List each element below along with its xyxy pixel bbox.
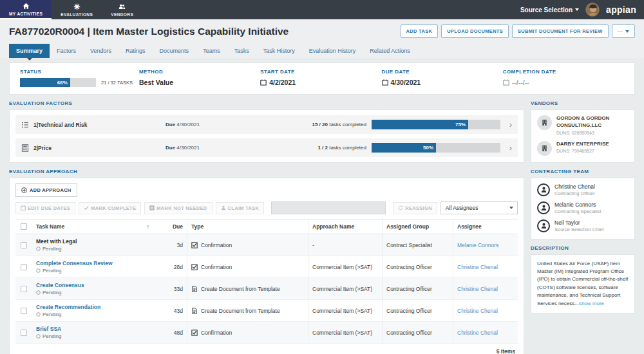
select-all-checkbox[interactable]: [21, 223, 27, 230]
col-approach-name[interactable]: Approach Name: [308, 219, 382, 234]
task-name[interactable]: Complete Consensus Review: [36, 260, 113, 266]
table-row: Create Consensus Pending 33d Create Docu…: [15, 278, 518, 300]
tab-tasks[interactable]: Tasks: [227, 44, 256, 58]
factor-row-price[interactable]: 2|Price Due 4/30/2021 1 / 2 tasks comple…: [15, 138, 518, 157]
task-name[interactable]: Create Recommendation: [36, 304, 100, 310]
tab-teams[interactable]: Teams: [196, 44, 227, 58]
nav-vendors[interactable]: VENDORS: [102, 0, 142, 19]
confirmation-icon: [191, 242, 198, 248]
factor-name: 1|Technical and Risk: [33, 122, 166, 128]
member-role: Source Selection Chief: [554, 227, 603, 232]
building-icon: [537, 141, 552, 156]
more-actions-button[interactable]: ···: [612, 24, 635, 38]
sort-ascending-icon[interactable]: ↑: [147, 223, 150, 230]
clock-icon: [36, 290, 41, 295]
factor-progress-value: 50%: [423, 145, 433, 151]
add-approach-button[interactable]: ADD APPROACH: [15, 183, 77, 197]
clock-icon: [36, 334, 41, 339]
task-assignee-link[interactable]: Christine Chenal: [457, 330, 498, 336]
col-assigned-group[interactable]: Assigned Group: [382, 219, 453, 234]
task-assignee-link[interactable]: Melanie Connors: [457, 242, 498, 248]
col-task-name[interactable]: Task Name: [36, 223, 64, 230]
task-type: Confirmation: [187, 256, 308, 277]
tab-factors[interactable]: Factors: [50, 44, 83, 58]
assignee-filter-dropdown[interactable]: All Assignees: [440, 201, 518, 214]
tasks-table: Task Name ↑ Due Type Approach Name Assig…: [15, 219, 518, 354]
top-navigation: MY ACTIVITIES EVALUATIONS VENDORS Source…: [0, 0, 644, 19]
header-actions: ADD TASK UPLOAD DOCUMENTS SUBMIT DOCUMEN…: [401, 24, 635, 38]
team-member: Christine Chenal Contracting Officer: [537, 183, 629, 196]
row-checkbox[interactable]: [21, 242, 27, 248]
method-value: Best Value: [139, 79, 260, 86]
user-avatar[interactable]: [585, 3, 600, 17]
tab-task-history[interactable]: Task History: [256, 44, 302, 58]
nav-evaluations[interactable]: EVALUATIONS: [52, 0, 102, 19]
col-assignee[interactable]: Assignee: [453, 219, 518, 234]
clock-icon: [36, 247, 41, 251]
start-date-label: START DATE: [260, 69, 381, 75]
table-item-count: 5 items: [15, 344, 518, 354]
description-text: United States Air Force (USAF) Item Mast…: [537, 260, 629, 308]
method-label: METHOD: [139, 69, 260, 75]
task-assignee-link[interactable]: Christine Chenal: [457, 286, 498, 292]
vendors-card: GORDON & GORDON CONSULTING,LLC DUNS: 026…: [531, 109, 635, 163]
col-due[interactable]: Due: [153, 219, 187, 234]
task-assigned-group: Contracting Officer: [382, 278, 453, 299]
chevron-right-icon: ›: [500, 120, 512, 129]
submit-document-button[interactable]: SUBMIT DOCUMENT FOR REVIEW: [512, 24, 609, 38]
tab-vendors[interactable]: Vendors: [83, 44, 118, 58]
member-name: Melanie Connors: [554, 201, 601, 208]
calendar-icon: [382, 79, 388, 86]
task-search-input[interactable]: [271, 201, 386, 214]
reassign-button[interactable]: REASSIGN: [393, 202, 437, 214]
task-status: Pending: [36, 312, 61, 317]
vendors-heading: VENDORS: [531, 100, 635, 106]
page-title: FA877020R0004 | Item Master Logistics Ca…: [9, 26, 401, 37]
nav-label: EVALUATIONS: [61, 12, 93, 17]
row-checkbox[interactable]: [21, 330, 27, 336]
task-name[interactable]: Create Consensus: [36, 282, 84, 288]
task-assignee-link[interactable]: Christine Chenal: [457, 308, 498, 314]
row-checkbox[interactable]: [21, 286, 27, 292]
evaluation-factors-card: 1|Technical and Risk Due 4/30/2021 15 / …: [9, 109, 524, 163]
task-name[interactable]: Meet with Legal: [36, 238, 77, 245]
row-checkbox[interactable]: [21, 264, 27, 270]
edit-due-dates-button[interactable]: EDIT DUE DATES: [15, 202, 75, 214]
team-member: Neil Taylor Source Selection Chief: [537, 219, 629, 232]
task-type: Confirmation: [187, 322, 308, 343]
confirmation-icon: [191, 330, 198, 336]
nav-label: MY ACTIVITIES: [9, 12, 43, 16]
row-checkbox[interactable]: [21, 308, 27, 314]
building-icon: [537, 115, 552, 130]
task-type: Confirmation: [187, 234, 308, 256]
tab-documents[interactable]: Documents: [153, 44, 196, 58]
vendor-item: DARBY ENTERPRISE DUNS: 790465527: [537, 141, 629, 156]
task-approach-name: Commercial Item (>SAT): [308, 300, 382, 321]
tab-related-actions[interactable]: Related Actions: [363, 44, 417, 58]
claim-task-button[interactable]: CLAIM TASK: [216, 202, 265, 214]
tab-evaluation-history[interactable]: Evaluation History: [302, 44, 363, 58]
upload-documents-button[interactable]: UPLOAD DOCUMENTS: [441, 24, 509, 38]
factor-row-technical[interactable]: 1|Technical and Risk Due 4/30/2021 15 / …: [15, 115, 518, 134]
appian-logo: appian: [606, 5, 636, 15]
person-avatar-icon: [537, 219, 550, 232]
nav-my-activities[interactable]: MY ACTIVITIES: [0, 0, 52, 19]
context-selector[interactable]: Source Selection: [520, 6, 579, 14]
users-icon: [118, 3, 126, 11]
task-assignee-link[interactable]: Christine Chenal: [457, 264, 498, 270]
tab-ratings[interactable]: Ratings: [118, 44, 153, 58]
vendor-duns: DUNS: 026550543: [556, 131, 629, 135]
table-row: Brief SSA Pending 48d Confirmation Comme…: [15, 322, 518, 344]
calculator-icon: [21, 144, 29, 152]
col-type[interactable]: Type: [187, 219, 308, 234]
task-type: Create Document from Template: [187, 278, 308, 299]
show-more-link[interactable]: show more: [579, 301, 604, 306]
task-approach-name: Commercial Item (>SAT): [308, 322, 382, 343]
tab-summary[interactable]: Summary: [9, 44, 50, 58]
task-name[interactable]: Brief SSA: [36, 326, 61, 332]
mark-complete-button[interactable]: MARK COMPLETE: [79, 202, 141, 214]
mark-not-needed-button[interactable]: MARK NOT NEEDED: [144, 202, 212, 214]
add-task-button[interactable]: ADD TASK: [401, 24, 439, 38]
task-status: Pending: [36, 333, 61, 339]
task-due: 3d: [153, 234, 187, 256]
